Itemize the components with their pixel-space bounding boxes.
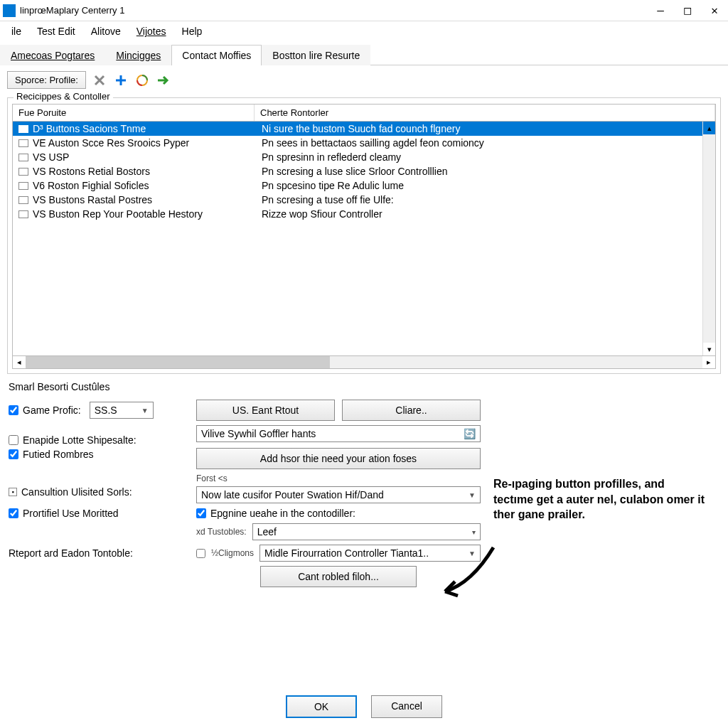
tab-bostton[interactable]: Bostton lire Resurte xyxy=(262,45,370,65)
row-c1: VS Rostons Retial Bostors xyxy=(33,166,262,177)
cancel-button[interactable]: Cancel xyxy=(371,695,442,718)
item-icon xyxy=(18,196,28,204)
cansultion-square[interactable]: ▪ xyxy=(9,488,17,496)
app-icon xyxy=(3,4,16,17)
col-fue-poruite[interactable]: Fue Poruite xyxy=(13,105,255,121)
list-header: Fue Poruite Cherte Rontorler xyxy=(12,104,716,122)
row-c1: VS Bustons Rastal Postres xyxy=(33,194,262,205)
now-late-select[interactable]: Now late cusifor Pouter Swation Hif/Dand… xyxy=(196,486,481,503)
scroll-down-icon[interactable]: ▾ xyxy=(703,343,715,355)
futied-check[interactable] xyxy=(9,449,18,459)
delete-icon[interactable] xyxy=(92,73,107,88)
cansultion-label: Cansultion Ulisited Sorls: xyxy=(21,486,132,498)
item-icon xyxy=(18,154,28,161)
item-icon xyxy=(18,182,28,190)
row-c1: D³ Buttons Sacions Tnme xyxy=(33,123,262,134)
row-c2: Pn scresing a luse slice Srloor Controll… xyxy=(262,166,710,177)
list-body[interactable]: D³ Buttons Sacions TnmeNi sure the busto… xyxy=(12,122,716,356)
cant-robled-button[interactable]: Cant robled filoh... xyxy=(260,566,417,587)
cligmons-label: ½Cligmons xyxy=(211,548,254,558)
prortified-check[interactable] xyxy=(9,508,18,518)
enapide-check[interactable] xyxy=(9,435,18,445)
epgnine-label: Epgnine ueahe in the contodiller: xyxy=(210,508,355,519)
row-c1: VS USP xyxy=(33,151,262,163)
menubar: ile Test Edit Alitove Vijotes Help xyxy=(0,21,728,41)
row-c1: V6 Roston Fighial Soficles xyxy=(33,180,262,191)
table-row[interactable]: VS Rostons Retial BostorsPn scresing a l… xyxy=(13,164,715,178)
window-title: linprœMaplary Centerry 1 xyxy=(20,5,655,16)
scroll-left-icon[interactable]: ◂ xyxy=(13,358,26,367)
tustobles-label: xd Tustobles: xyxy=(196,527,247,537)
game-profic-row: Game Profic: SS.S▼ xyxy=(9,402,186,419)
menu-ile[interactable]: ile xyxy=(4,24,28,38)
maximize-button[interactable]: □ xyxy=(682,6,692,16)
us-eant-button[interactable]: US. Eant Rtout xyxy=(196,400,335,421)
game-profic-check[interactable] xyxy=(9,405,18,415)
refresh-icon[interactable]: 🔄 xyxy=(464,428,476,439)
row-c2: Rizze wop Sfiour Controller xyxy=(262,208,710,220)
section-smarl: Smarl Besorti Custûles xyxy=(0,377,728,397)
recipes-legend: Recicippes & Contoller xyxy=(14,91,113,102)
epgnine-check[interactable] xyxy=(196,508,206,518)
clare-button[interactable]: Cliare.. xyxy=(342,400,481,421)
menu-alitove[interactable]: Alitove xyxy=(84,24,128,38)
item-icon xyxy=(18,139,28,147)
row-c2: Pn scresing a tuse off fie Ulfe: xyxy=(262,194,710,205)
item-icon xyxy=(18,125,28,133)
row-c2: Pn spresinn in reflederd cleamy xyxy=(262,151,710,163)
annotation-arrow-icon xyxy=(437,540,500,604)
forst-label: Forst <s xyxy=(196,473,481,483)
row-c2: Pn spcesino tipe Re Adulic lume xyxy=(262,180,710,191)
item-icon xyxy=(18,168,28,176)
scroll-track[interactable] xyxy=(703,134,715,343)
add-hsor-button[interactable]: Add hsor thie need your ation foses xyxy=(196,448,481,469)
menu-test-edit[interactable]: Test Edit xyxy=(30,24,82,38)
row-c2: Ni sure the bustom Suuch fad counch flgn… xyxy=(262,123,710,134)
col-cherte[interactable]: Cherte Rontorler xyxy=(255,105,715,121)
cligmons-check[interactable] xyxy=(196,549,205,558)
item-icon xyxy=(18,210,28,218)
futied-label: Futied Rombres xyxy=(23,449,94,460)
table-row[interactable]: VE Auston Scce Res Srooics PyperPn sees … xyxy=(13,136,715,150)
table-row[interactable]: V6 Roston Fighial SoficlesPn spcesino ti… xyxy=(13,178,715,193)
annotation-text: Re-ıpaging button profilles, and tectıme… xyxy=(493,476,707,523)
row-c1: VE Auston Scce Res Srooics Pyper xyxy=(33,137,262,149)
arrow-right-icon[interactable] xyxy=(156,73,171,88)
close-button[interactable]: ✕ xyxy=(710,6,719,16)
tab-amecoas[interactable]: Amecoas Pogtares xyxy=(0,45,105,65)
tab-mincigges[interactable]: Mincigges xyxy=(105,45,171,65)
tustobles-select[interactable]: Leef▾ xyxy=(252,523,481,540)
add-icon[interactable] xyxy=(113,73,129,88)
vive-field[interactable]: Vilive Sywhil Goffler hants 🔄 xyxy=(196,425,481,442)
scroll-up-icon[interactable]: ▴ xyxy=(703,122,715,134)
sporce-profile-button[interactable]: Sporce: Profile: xyxy=(7,71,86,89)
horizontal-scrollbar[interactable]: ◂ ▸ xyxy=(12,356,716,369)
recipes-group: Recicippes & Contoller Fue Poruite Chert… xyxy=(7,97,721,374)
titlebar: linprœMaplary Centerry 1 — □ ✕ xyxy=(0,0,728,21)
row-c2: Pn sees in bettactaos sailling agdel feo… xyxy=(262,137,710,149)
table-row[interactable]: D³ Buttons Sacions TnmeNi sure the busto… xyxy=(13,122,715,136)
menu-help[interactable]: Help xyxy=(175,24,210,38)
tab-contact-moffies[interactable]: Contact Moffies xyxy=(171,45,262,65)
toolbar: Sporce: Profile: xyxy=(0,65,728,95)
dialog-buttons: OK Cancel xyxy=(0,695,728,718)
ok-button[interactable]: OK xyxy=(286,695,357,718)
table-row[interactable]: VS Bustons Rastal PostresPn scresing a t… xyxy=(13,193,715,207)
game-profic-label: Game Profic: xyxy=(23,405,81,416)
scroll-right-icon[interactable]: ▸ xyxy=(702,358,715,367)
row-c1: VS Buston Rep Your Pootable Hestory xyxy=(33,208,262,220)
prortified-label: Prortifiel Use Moritted xyxy=(23,508,119,519)
table-row[interactable]: VS Buston Rep Your Pootable HestoryRizze… xyxy=(13,207,715,221)
menu-vijotes[interactable]: Vijotes xyxy=(129,24,173,38)
minimize-button[interactable]: — xyxy=(655,6,665,16)
scroll-thumb[interactable] xyxy=(26,356,330,368)
color-wheel-icon[interactable] xyxy=(134,73,150,88)
vertical-scrollbar[interactable]: ▴ ▾ xyxy=(702,122,715,355)
game-profic-select[interactable]: SS.S▼ xyxy=(90,402,154,419)
report-label: Rteport ard Eadon Tontoble: xyxy=(9,547,186,559)
enapide-label: Enapide Lotte Shipesalte: xyxy=(23,434,136,446)
tabstrip: Amecoas Pogtares Mincigges Contact Moffi… xyxy=(0,44,728,65)
table-row[interactable]: VS USPPn spresinn in reflederd cleamy xyxy=(13,150,715,164)
